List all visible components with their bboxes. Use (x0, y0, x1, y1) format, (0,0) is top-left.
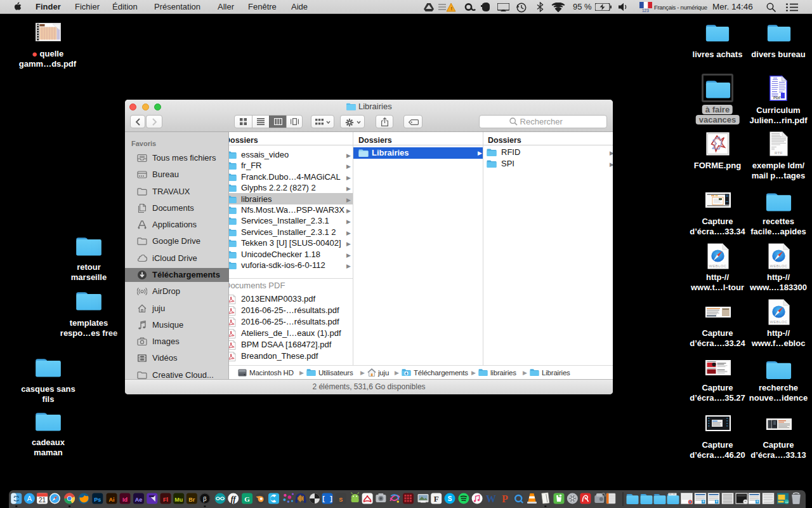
svg-text:ff: ff (231, 495, 237, 504)
svg-text:21: 21 (39, 497, 46, 504)
svg-text:S: S (448, 495, 452, 502)
svg-text:!: ! (450, 6, 452, 11)
svg-text:A: A (27, 495, 32, 502)
svg-text:G: G (244, 495, 250, 503)
svg-text:P: P (502, 493, 508, 504)
svg-text:Id: Id (122, 497, 128, 503)
svg-text:S: S (339, 497, 343, 503)
svg-text:Br: Br (188, 497, 195, 503)
svg-text:W: W (486, 493, 496, 504)
svg-text:Ai: Ai (109, 497, 115, 503)
svg-text:[ ]: [ ] (322, 496, 333, 503)
svg-text:F: F (434, 494, 439, 504)
svg-text:123: 123 (642, 8, 649, 12)
svg-text:β: β (203, 495, 207, 502)
svg-text:Fl: Fl (163, 497, 168, 503)
svg-text:Mu: Mu (174, 497, 183, 503)
svg-text:Ps: Ps (94, 497, 101, 503)
svg-text:Ae: Ae (135, 497, 143, 503)
